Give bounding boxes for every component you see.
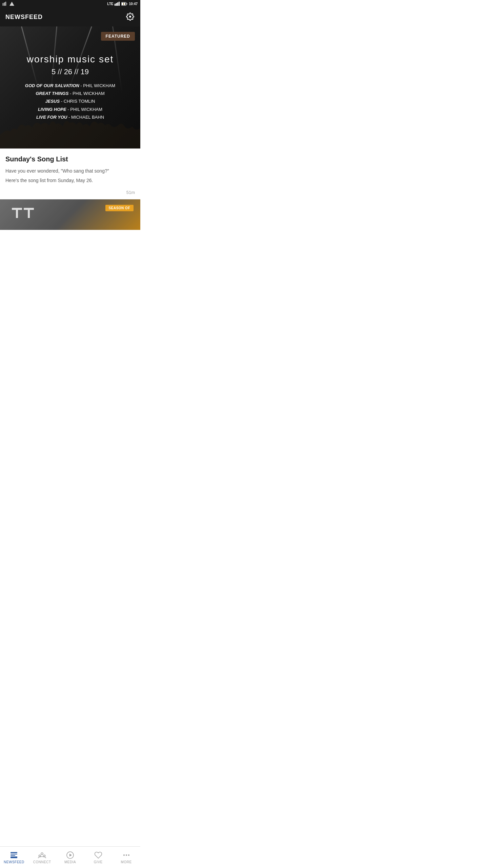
song-name-4: LIVING HOPE [38, 107, 66, 112]
app-header: NEWSFEED [0, 7, 140, 26]
status-bar: LTE 10:47 [0, 0, 140, 7]
status-bar-right: LTE 10:47 [107, 2, 138, 6]
song-list-title: Sunday's Song List [5, 155, 135, 163]
tt-logo-svg [10, 206, 37, 223]
song-list-timestamp: 51m [5, 190, 135, 195]
svg-rect-9 [127, 3, 127, 4]
home-indicator-space [0, 230, 140, 241]
second-card-badge-text: SEASON OF [109, 206, 130, 210]
settings-button[interactable] [125, 12, 135, 22]
svg-rect-13 [16, 208, 18, 218]
sim-icon [3, 2, 8, 6]
signal-bars-icon [115, 2, 120, 6]
signal-type: LTE [107, 2, 113, 6]
song-name-3: JESUS [45, 99, 60, 104]
featured-image-background: worship music set 5 // 26 // 19 GOD OF O… [0, 26, 140, 149]
notification-icon [9, 2, 14, 6]
second-card-badge: SEASON OF [105, 205, 134, 211]
featured-card[interactable]: worship music set 5 // 26 // 19 GOD OF O… [0, 26, 140, 149]
artist-1: - PHIL WICKHAM [80, 83, 115, 88]
song-item-5: LIVE FOR YOU - MICHAEL BAHN [25, 113, 115, 121]
svg-rect-3 [115, 4, 116, 6]
song-name-5: LIVE FOR YOU [36, 115, 67, 120]
svg-rect-6 [119, 2, 120, 6]
svg-rect-4 [116, 3, 117, 6]
gear-icon [126, 13, 134, 21]
artist-2: - PHIL WICKHAM [70, 91, 105, 96]
song-list-card[interactable]: Sunday's Song List Have you ever wondere… [0, 149, 140, 199]
artist-4: - PHIL WICKHAM [67, 107, 102, 112]
song-item-4: LIVING HOPE - PHIL WICKHAM [25, 105, 115, 113]
second-card-logo [10, 206, 37, 225]
page-title: NEWSFEED [5, 14, 43, 21]
battery-icon [121, 2, 127, 6]
featured-badge: FEATURED [101, 32, 135, 41]
svg-rect-2 [5, 2, 6, 6]
svg-rect-1 [4, 2, 5, 6]
song-item-2: GREAT THINGS - PHIL WICKHAM [25, 90, 115, 97]
svg-rect-5 [117, 2, 118, 6]
worship-text-container: worship music set 5 // 26 // 19 GOD OF O… [18, 47, 122, 128]
song-list: GOD OF OUR SALVATION - PHIL WICKHAM GREA… [25, 82, 115, 121]
song-list-description-2: Here's the song list from Sunday, May 26… [5, 177, 135, 184]
time-display: 10:47 [129, 2, 138, 6]
svg-rect-0 [3, 3, 3, 6]
artist-3: - CHRIS TOMLIN [61, 99, 95, 104]
song-list-description-1: Have you ever wondered, "Who sang that s… [5, 167, 135, 175]
second-card-preview[interactable]: SEASON OF [0, 199, 140, 230]
song-item-3: JESUS - CHRIS TOMLIN [25, 97, 115, 105]
song-item-1: GOD OF OUR SALVATION - PHIL WICKHAM [25, 82, 115, 90]
song-name-2: GREAT THINGS [36, 91, 68, 96]
status-bar-left [3, 2, 14, 6]
worship-date: 5 // 26 // 19 [25, 67, 115, 76]
artist-5: - MICHAEL BAHN [68, 115, 104, 120]
worship-title: worship music set [25, 54, 115, 65]
song-name-1: GOD OF OUR SALVATION [25, 83, 79, 88]
svg-rect-15 [28, 208, 30, 218]
